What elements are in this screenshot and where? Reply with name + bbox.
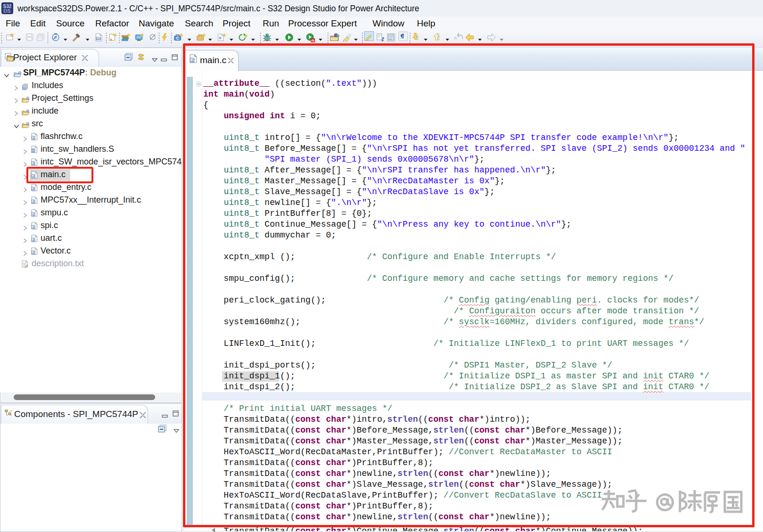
svg-text:.c: .c	[32, 136, 34, 140]
svg-text:.c: .c	[32, 161, 34, 165]
svg-text:c: c	[27, 122, 28, 125]
svg-text:.c: .c	[32, 199, 34, 204]
svg-text:c: c	[19, 71, 20, 74]
svg-text:.c: .c	[32, 250, 34, 254]
svg-text:DS: DS	[3, 8, 10, 14]
svg-text:h: h	[23, 86, 25, 89]
svg-text:c: c	[27, 97, 28, 99]
svg-text:C: C	[176, 36, 179, 41]
svg-text:.c: .c	[32, 225, 34, 229]
svg-text:c: c	[27, 109, 28, 112]
svg-text:.c: .c	[32, 212, 34, 216]
svg-text:S: S	[32, 148, 35, 153]
svg-text:010: 010	[96, 37, 101, 41]
svg-text:c: c	[219, 35, 222, 40]
svg-text:.c: .c	[32, 237, 34, 242]
svg-text:.c: .c	[32, 187, 34, 191]
